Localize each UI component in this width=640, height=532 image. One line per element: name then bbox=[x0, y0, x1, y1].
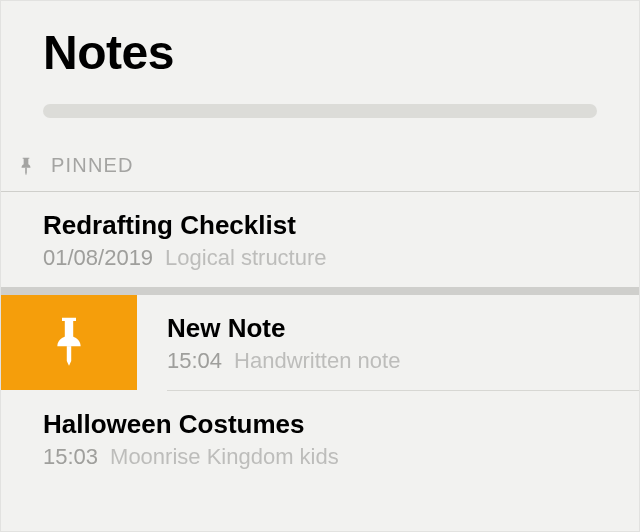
pinned-section-label: PINNED bbox=[51, 154, 134, 177]
svg-marker-1 bbox=[25, 173, 27, 175]
page-title: Notes bbox=[43, 25, 597, 80]
note-date: 15:04 bbox=[167, 348, 222, 373]
note-meta: 15:04Handwritten note bbox=[167, 348, 597, 374]
pinned-section-header: PINNED bbox=[1, 118, 639, 191]
note-meta: 01/08/2019Logical structure bbox=[43, 245, 597, 271]
note-date: 15:03 bbox=[43, 444, 98, 469]
note-row[interactable]: Halloween Costumes 15:03Moonrise Kingdom… bbox=[1, 391, 639, 486]
pin-icon bbox=[15, 155, 37, 177]
note-title: Halloween Costumes bbox=[43, 409, 597, 440]
svg-marker-3 bbox=[67, 361, 71, 366]
pin-swipe-action[interactable] bbox=[1, 295, 137, 390]
note-preview: Logical structure bbox=[165, 245, 326, 270]
note-preview: Handwritten note bbox=[234, 348, 400, 373]
note-row-swiped[interactable]: New Note 15:04Handwritten note bbox=[1, 295, 639, 390]
note-row-pinned[interactable]: Redrafting Checklist 01/08/2019Logical s… bbox=[1, 192, 639, 287]
note-preview: Moonrise Kingdom kids bbox=[110, 444, 339, 469]
note-date: 01/08/2019 bbox=[43, 245, 153, 270]
notes-list: Redrafting Checklist 01/08/2019Logical s… bbox=[1, 191, 639, 486]
note-meta: 15:03Moonrise Kingdom kids bbox=[43, 444, 597, 470]
header: Notes bbox=[1, 1, 639, 88]
svg-rect-2 bbox=[67, 346, 71, 361]
note-title: Redrafting Checklist bbox=[43, 210, 597, 241]
svg-rect-0 bbox=[25, 167, 27, 173]
section-divider bbox=[1, 287, 639, 295]
pin-icon bbox=[41, 313, 97, 373]
note-title: New Note bbox=[167, 313, 597, 344]
search-bar[interactable] bbox=[43, 104, 597, 118]
